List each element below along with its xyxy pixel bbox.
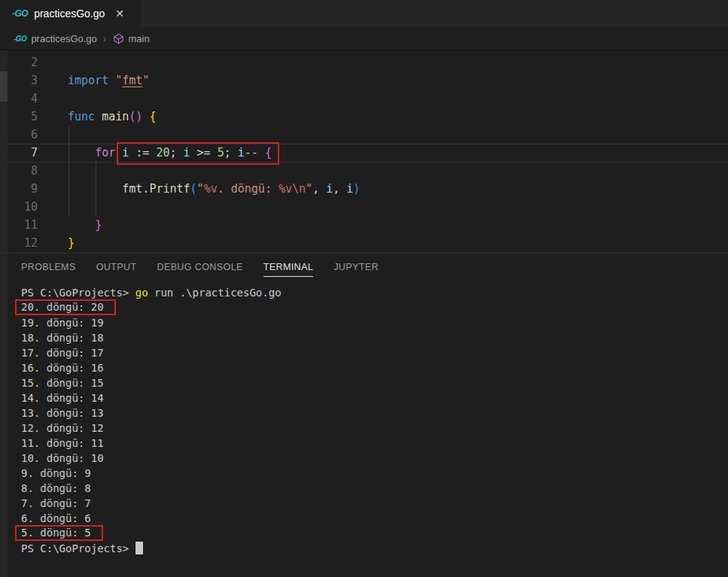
- terminal-output-line: 18. döngü: 18: [21, 330, 728, 345]
- panel-tab-terminal[interactable]: TERMINAL: [263, 262, 313, 277]
- line-number: 6: [8, 126, 38, 144]
- code-line-content[interactable]: import "fmt": [68, 71, 149, 90]
- namespace-icon: [113, 33, 124, 44]
- code-line[interactable]: 3import "fmt": [8, 71, 728, 90]
- terminal-output-line: 13. döngü: 13: [21, 405, 728, 421]
- breadcrumb-file[interactable]: practicesGo.go: [31, 33, 96, 44]
- vscode-window: -GO practicesGo.go ✕ -GO practicesGo.go …: [0, 0, 728, 577]
- terminal-output-line: 11. döngü: 11: [21, 436, 728, 451]
- close-icon[interactable]: ✕: [115, 8, 124, 20]
- line-number: 8: [8, 162, 38, 180]
- code-line[interactable]: 11 }: [8, 216, 728, 234]
- line-number: 10: [8, 198, 38, 216]
- line-number: 7: [8, 144, 38, 162]
- terminal-command: go: [136, 287, 148, 299]
- terminal-output-line: 14. döngü: 14: [21, 390, 728, 405]
- line-number: 9: [8, 180, 38, 198]
- terminal-text: run .\practicesGo.go: [148, 287, 282, 299]
- terminal-output-line: 10. döngü: 10: [21, 451, 728, 466]
- line-number: 12: [8, 234, 38, 252]
- terminal[interactable]: PS C:\GoProjects> go run .\practicesGo.g…: [0, 285, 728, 577]
- code-editor[interactable]: 1package main23import "fmt"45func main()…: [8, 50, 728, 253]
- terminal-command-line: PS C:\GoProjects> go run .\practicesGo.g…: [21, 285, 728, 300]
- editor-tab-bar: -GO practicesGo.go ✕: [0, 0, 728, 27]
- line-number: 4: [8, 90, 38, 108]
- terminal-output-line: 19. döngü: 19: [21, 315, 728, 330]
- terminal-output-line: 9. döngü: 9: [21, 466, 728, 481]
- code-line[interactable]: 5func main() {: [8, 108, 728, 126]
- code-line-content[interactable]: func main() {: [68, 108, 156, 126]
- line-number: 11: [8, 216, 38, 234]
- code-line[interactable]: 8: [8, 162, 728, 180]
- terminal-output-line: 5. döngü: 5: [21, 526, 728, 541]
- code-line[interactable]: 9 fmt.Printf("%v. döngü: %v\n", i, i): [8, 180, 728, 198]
- panel-tab-problems[interactable]: PROBLEMS: [21, 262, 76, 277]
- terminal-text: PS C:\GoProjects>: [21, 287, 136, 299]
- panel-tab-jupyter[interactable]: JUPYTER: [334, 262, 379, 277]
- go-file-icon: -GO: [12, 8, 28, 19]
- panel-tab-output[interactable]: OUTPUT: [96, 262, 137, 277]
- terminal-output-line: 6. döngü: 6: [21, 511, 728, 526]
- terminal-output-line: 20. döngü: 20: [21, 300, 728, 315]
- terminal-output-line: 16. döngü: 16: [21, 360, 728, 375]
- sidebar-strip-handle: [0, 71, 8, 102]
- editor-tab-practicesgo[interactable]: -GO practicesGo.go ✕: [0, 0, 141, 27]
- breadcrumb-symbol[interactable]: main: [129, 33, 150, 44]
- tab-title: practicesGo.go: [34, 8, 105, 20]
- code-line[interactable]: 4: [8, 90, 728, 108]
- code-line-content[interactable]: for i := 20; i >= 5; i-- {: [68, 144, 272, 162]
- terminal-output-line: 8. döngü: 8: [21, 481, 728, 496]
- line-number: 2: [8, 53, 38, 71]
- code-line-content[interactable]: fmt.Printf("%v. döngü: %v\n", i, i): [68, 180, 360, 198]
- code-line[interactable]: 10: [8, 198, 728, 216]
- terminal-cursor: [136, 542, 143, 554]
- terminal-prompt-line[interactable]: PS C:\GoProjects>: [21, 541, 728, 556]
- terminal-output-line: 7. döngü: 7: [21, 496, 728, 511]
- terminal-output-line: 12. döngü: 12: [21, 421, 728, 436]
- code-line[interactable]: 6: [8, 126, 728, 144]
- panel-tab-bar: PROBLEMSOUTPUTDEBUG CONSOLETERMINALJUPYT…: [0, 253, 728, 284]
- go-file-icon: -GO: [14, 35, 26, 43]
- annotation-box: 20. döngü: 20: [15, 299, 116, 315]
- breadcrumb: -GO practicesGo.go › main: [0, 27, 728, 50]
- terminal-output-line: 15. döngü: 15: [21, 375, 728, 390]
- code-line[interactable]: 7 for i := 20; i >= 5; i-- {: [8, 144, 728, 162]
- terminal-prompt: PS C:\GoProjects>: [21, 542, 136, 554]
- code-line-content[interactable]: }: [68, 234, 75, 252]
- line-number: 3: [8, 71, 38, 90]
- terminal-output-line: 17. döngü: 17: [21, 345, 728, 360]
- chevron-right-icon: ›: [103, 32, 107, 44]
- code-line-content[interactable]: }: [68, 216, 102, 234]
- annotation-box: 5. döngü: 5: [15, 525, 103, 541]
- line-number: 5: [8, 108, 38, 126]
- code-line[interactable]: 12}: [8, 234, 728, 252]
- panel-tab-debug-console[interactable]: DEBUG CONSOLE: [157, 262, 242, 277]
- code-line[interactable]: 2: [8, 53, 728, 71]
